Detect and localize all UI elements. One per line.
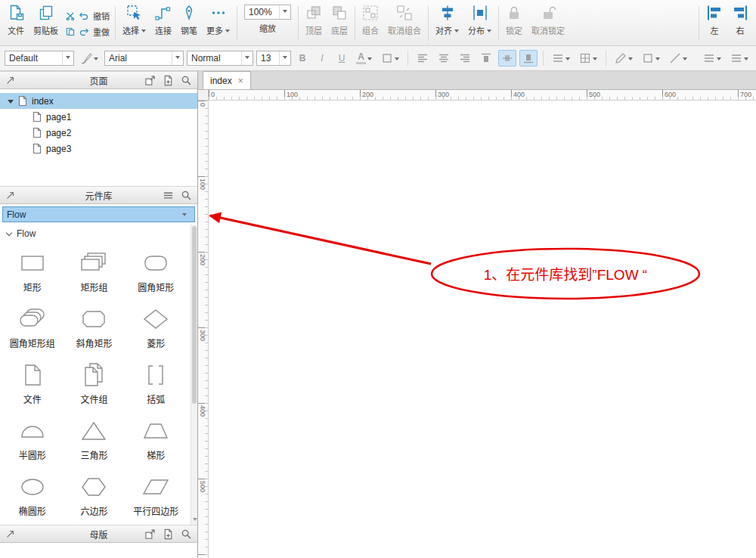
expand-collapse-icon[interactable] bbox=[8, 100, 14, 107]
panel-pin-icon[interactable] bbox=[5, 75, 16, 85]
vertical-align-middle-button[interactable] bbox=[498, 50, 516, 67]
page-tree-item-page3[interactable]: page3 bbox=[0, 141, 197, 157]
widget-label: 矩形组 bbox=[80, 281, 107, 293]
zoom-dropdown[interactable] bbox=[279, 5, 290, 19]
more-tools-button[interactable]: 更多 bbox=[202, 2, 234, 45]
widget-label: 梯形 bbox=[147, 448, 165, 461]
line-spacing-button[interactable] bbox=[549, 50, 573, 67]
align-left-edge-button[interactable]: 左 bbox=[702, 2, 727, 45]
send-to-back-button[interactable]: 底层 bbox=[327, 2, 352, 45]
padding-button[interactable] bbox=[576, 50, 600, 67]
widget-item-semicircle[interactable]: 半圆形 bbox=[2, 411, 64, 467]
undo-label: 撤销 bbox=[93, 10, 110, 22]
add-folder-icon[interactable] bbox=[144, 529, 156, 540]
font-size-select[interactable]: 13 bbox=[256, 51, 291, 66]
library-section-header[interactable]: Flow bbox=[0, 225, 197, 243]
widget-item-triangle[interactable]: 三角形 bbox=[64, 411, 125, 467]
fill-color-button[interactable] bbox=[378, 50, 402, 67]
redo-button[interactable]: 重做 bbox=[66, 26, 110, 38]
library-set-select[interactable]: Flow bbox=[2, 206, 195, 222]
tab-index[interactable]: index × bbox=[203, 71, 251, 89]
widget-item-diamond[interactable]: 菱形 bbox=[125, 299, 187, 355]
panel-pin-icon[interactable] bbox=[5, 529, 16, 539]
chevron-down-icon[interactable] bbox=[241, 51, 253, 65]
italic-button[interactable]: I bbox=[314, 50, 330, 67]
widget-label: 文件 bbox=[23, 392, 42, 405]
connector-tool-button[interactable]: 连接 bbox=[150, 2, 176, 45]
vertical-align-bottom-button[interactable] bbox=[519, 50, 538, 67]
chevron-down-icon[interactable] bbox=[62, 51, 73, 65]
align-right-edge-button[interactable]: 右 bbox=[727, 2, 753, 45]
widget-item-rectangle-group[interactable]: 矩形组 bbox=[64, 243, 125, 299]
border-style-icon bbox=[642, 52, 654, 64]
chevron-down-icon[interactable] bbox=[279, 51, 290, 65]
align-button[interactable]: 对齐 bbox=[431, 2, 463, 45]
distribute-button[interactable]: 分布 bbox=[463, 2, 496, 45]
group-button[interactable]: 组合 bbox=[358, 2, 383, 45]
widget-item-parallelogram[interactable]: 平行四边形 bbox=[125, 467, 187, 522]
font-color-button[interactable]: A bbox=[353, 50, 375, 67]
text-align-left-button[interactable] bbox=[414, 50, 432, 67]
diamond-icon bbox=[139, 304, 172, 334]
font-weight-select[interactable]: Normal bbox=[187, 51, 253, 66]
distribute-label: 分布 bbox=[468, 24, 485, 36]
widget-item-ellipse[interactable]: 椭圆形 bbox=[2, 467, 64, 522]
unlock-button[interactable]: 取消锁定 bbox=[527, 2, 569, 45]
vertical-align-top-button[interactable] bbox=[477, 50, 495, 67]
search-icon[interactable] bbox=[181, 75, 192, 86]
widget-item-bracket[interactable]: 括弧 bbox=[125, 355, 187, 411]
text-align-center-button[interactable] bbox=[435, 50, 453, 67]
widget-item-bevel-rectangle[interactable]: 斜角矩形 bbox=[64, 299, 125, 355]
lock-button[interactable]: 锁定 bbox=[501, 2, 527, 45]
style-select-value: Default bbox=[9, 53, 62, 64]
clipboard-button[interactable]: 剪贴板 bbox=[29, 2, 63, 45]
menu-icon[interactable] bbox=[163, 190, 174, 201]
panel-pin-icon[interactable] bbox=[5, 190, 16, 200]
widget-item-file-group[interactable]: 文件组 bbox=[64, 355, 125, 411]
library-scrollbar[interactable] bbox=[191, 225, 197, 525]
arrow-style-button[interactable] bbox=[666, 50, 690, 67]
style-select[interactable]: Default bbox=[5, 51, 74, 66]
page-label: page2 bbox=[46, 128, 71, 138]
bold-button[interactable]: B bbox=[294, 50, 311, 67]
list-bullet-button[interactable] bbox=[700, 50, 724, 67]
triangle-icon bbox=[77, 416, 110, 446]
text-align-right-button[interactable] bbox=[456, 50, 474, 67]
format-painter-button[interactable] bbox=[77, 50, 101, 67]
zoom-select[interactable]: 100% bbox=[244, 5, 291, 20]
widget-item-rectangle[interactable]: 矩形 bbox=[2, 243, 64, 299]
page-tree-item-index[interactable]: index bbox=[0, 93, 197, 109]
font-family-select[interactable]: Arial bbox=[104, 51, 184, 66]
ungroup-button[interactable]: 取消组合 bbox=[383, 2, 426, 45]
search-icon[interactable] bbox=[181, 190, 192, 201]
line-style-button[interactable] bbox=[612, 50, 636, 67]
undo-button[interactable]: 撤销 bbox=[66, 10, 110, 22]
widget-item-trapezoid[interactable]: 梯形 bbox=[125, 411, 187, 467]
page-tree-item-page1[interactable]: page1 bbox=[0, 109, 197, 125]
add-page-icon[interactable] bbox=[163, 75, 174, 86]
masters-panel-header: 母版 bbox=[0, 525, 197, 543]
page-tree-item-page2[interactable]: page2 bbox=[0, 125, 197, 141]
underline-button[interactable]: U bbox=[333, 50, 350, 67]
scrollbar-thumb[interactable] bbox=[192, 226, 197, 404]
close-icon[interactable]: × bbox=[238, 76, 243, 86]
add-folder-icon[interactable] bbox=[144, 75, 156, 86]
pen-tool-button[interactable]: 钢笔 bbox=[176, 2, 202, 45]
file-button[interactable]: 文件 bbox=[3, 2, 29, 45]
chevron-down-icon[interactable] bbox=[172, 51, 183, 65]
chevron-down-icon[interactable] bbox=[178, 210, 191, 219]
list-number-button[interactable] bbox=[727, 50, 751, 67]
separator bbox=[355, 6, 355, 41]
select-tool-button[interactable]: 选择 bbox=[118, 2, 150, 45]
bring-to-front-button[interactable]: 顶层 bbox=[301, 2, 327, 45]
scrollbar-down-arrow[interactable] bbox=[192, 516, 197, 524]
widget-item-hexagon[interactable]: 六边形 bbox=[64, 467, 125, 522]
design-canvas[interactable] bbox=[209, 101, 756, 558]
add-master-icon[interactable] bbox=[163, 529, 174, 540]
border-style-button[interactable] bbox=[639, 50, 663, 67]
search-icon[interactable] bbox=[181, 529, 192, 540]
widget-item-file[interactable]: 文件 bbox=[2, 355, 64, 411]
unlock-label: 取消锁定 bbox=[531, 24, 565, 36]
widget-item-rounded-rectangle[interactable]: 圆角矩形 bbox=[125, 243, 187, 299]
widget-item-rounded-rectangle-group[interactable]: 圆角矩形组 bbox=[2, 299, 64, 355]
